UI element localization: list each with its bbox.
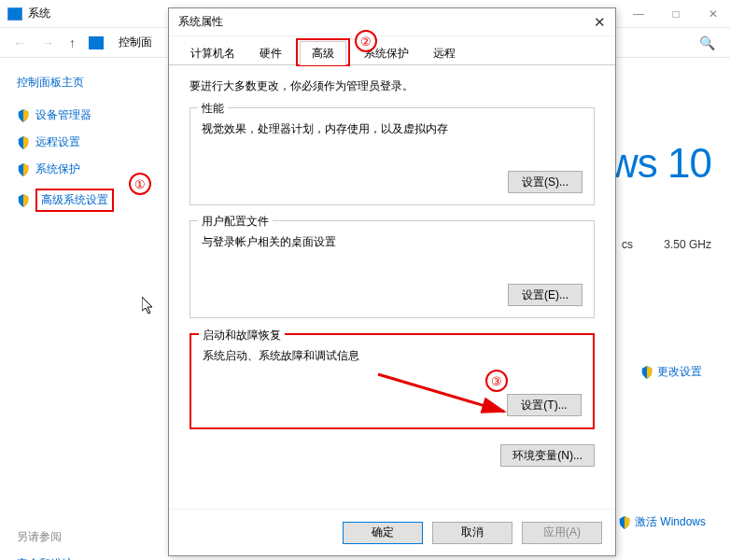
see-also-label: 另请参阅 xyxy=(17,529,151,545)
change-settings-link[interactable]: 更改设置 xyxy=(640,364,702,380)
sidebar-item-label: 系统保护 xyxy=(35,161,80,177)
environment-variables-button[interactable]: 环境变量(N)... xyxy=(500,444,595,467)
close-icon[interactable]: ✕ xyxy=(594,14,606,31)
shield-icon xyxy=(17,108,30,123)
tabs: 计算机名 硬件 高级 系统保护 远程 xyxy=(169,36,615,65)
user-profile-group: 用户配置文件 与登录帐户相关的桌面设置 设置(E)... xyxy=(190,220,595,318)
spec-col: cs xyxy=(622,238,633,251)
windows-10-text: ws 10 xyxy=(609,140,711,186)
tab-remote[interactable]: 远程 xyxy=(421,41,468,65)
sidebar-security[interactable]: 安全和维护 xyxy=(17,556,151,560)
link-label: 更改设置 xyxy=(657,364,702,380)
performance-settings-button[interactable]: 设置(S)... xyxy=(508,171,583,193)
tab-computer-name[interactable]: 计算机名 xyxy=(178,41,247,65)
dialog-body: 要进行大多数更改，你必须作为管理员登录。 性能 视觉效果，处理器计划，内存使用，… xyxy=(169,65,615,480)
shield-icon xyxy=(618,515,631,530)
dialog-footer: 确定 取消 应用(A) xyxy=(169,509,615,555)
forward-icon[interactable]: → xyxy=(34,35,62,50)
annotation-1: ① xyxy=(129,173,151,195)
sidebar-advanced-settings[interactable]: 高级系统设置 xyxy=(17,189,151,212)
sidebar-item-label: 远程设置 xyxy=(35,134,80,150)
group-desc: 视觉效果，处理器计划，内存使用，以及虚拟内存 xyxy=(202,121,583,137)
spec-col: 3.50 GHz xyxy=(664,238,711,251)
sidebar-item-label: 安全和维护 xyxy=(17,556,73,560)
startup-recovery-group: 启动和故障恢复 系统启动、系统故障和调试信息 设置(T)... xyxy=(190,333,595,429)
close-icon[interactable]: ✕ xyxy=(704,7,723,21)
window-controls: — □ ✕ xyxy=(629,7,723,21)
group-title: 性能 xyxy=(198,101,228,117)
breadcrumb[interactable]: 控制面 xyxy=(109,35,152,50)
group-title: 启动和故障恢复 xyxy=(199,328,285,343)
highlight-box-1: 高级系统设置 xyxy=(35,189,114,212)
sidebar-title[interactable]: 控制面板主页 xyxy=(17,75,151,91)
sidebar-remote[interactable]: 远程设置 xyxy=(17,134,151,150)
startup-settings-button[interactable]: 设置(T)... xyxy=(507,394,582,416)
cursor-icon xyxy=(142,297,157,319)
search-icon[interactable]: 🔍 xyxy=(699,35,724,50)
system-icon xyxy=(7,7,22,21)
ok-button[interactable]: 确定 xyxy=(343,522,423,544)
group-desc: 系统启动、系统故障和调试信息 xyxy=(203,348,582,364)
apply-button[interactable]: 应用(A) xyxy=(522,522,602,544)
env-var-row: 环境变量(N)... xyxy=(190,444,595,467)
link-label: 激活 Windows xyxy=(635,514,706,530)
dialog-title: 系统属性 xyxy=(178,14,223,30)
tab-advanced[interactable]: 高级 xyxy=(300,41,346,65)
group-title: 用户配置文件 xyxy=(198,214,273,230)
performance-group: 性能 视觉效果，处理器计划，内存使用，以及虚拟内存 设置(S)... xyxy=(190,107,595,205)
tab-hardware[interactable]: 硬件 xyxy=(247,41,294,65)
user-profile-settings-button[interactable]: 设置(E)... xyxy=(508,284,583,306)
annotation-3: ③ xyxy=(485,370,508,392)
windows-brand: ws 10 xyxy=(609,140,711,187)
shield-icon xyxy=(17,162,30,177)
cancel-button[interactable]: 取消 xyxy=(432,522,512,544)
dialog-title-bar: 系统属性 ✕ xyxy=(169,8,615,36)
activate-windows-link[interactable]: 激活 Windows xyxy=(618,514,706,530)
shield-icon xyxy=(17,135,30,150)
maximize-icon[interactable]: □ xyxy=(667,7,685,21)
up-icon[interactable]: ↑ xyxy=(62,35,83,50)
admin-note: 要进行大多数更改，你必须作为管理员登录。 xyxy=(190,78,595,94)
system-properties-dialog: 系统属性 ✕ 计算机名 硬件 高级 系统保护 远程 要进行大多数更改，你必须作为… xyxy=(168,7,616,556)
group-desc: 与登录帐户相关的桌面设置 xyxy=(202,234,583,250)
highlight-box-2: 高级 xyxy=(296,38,350,66)
sidebar-device-manager[interactable]: 设备管理器 xyxy=(17,107,151,123)
sidebar-item-label: 高级系统设置 xyxy=(41,193,108,206)
address-icon xyxy=(89,36,104,49)
window-title: 系统 xyxy=(28,6,50,21)
minimize-icon[interactable]: — xyxy=(629,7,648,21)
shield-icon xyxy=(640,365,653,380)
shield-icon xyxy=(17,193,30,208)
back-icon[interactable]: ← xyxy=(6,35,34,50)
annotation-2: ② xyxy=(355,30,377,52)
sidebar-item-label: 设备管理器 xyxy=(35,107,91,123)
sidebar-system-protection[interactable]: 系统保护 xyxy=(17,161,151,177)
